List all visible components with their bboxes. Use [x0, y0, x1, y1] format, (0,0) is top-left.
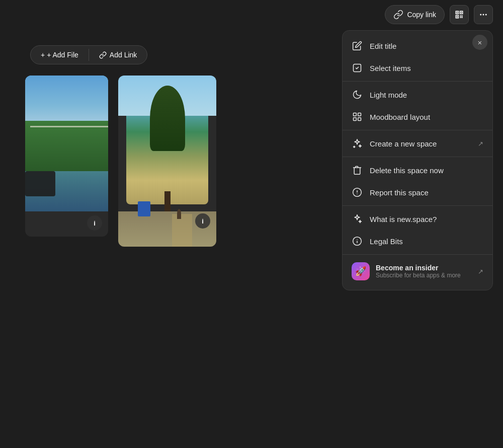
- photo-image-2: [126, 84, 208, 204]
- menu-item-report-space[interactable]: Report this space: [343, 181, 492, 203]
- photo-frame-2: [118, 76, 216, 204]
- legal-label: Legal Bits: [370, 237, 483, 246]
- svg-rect-5: [457, 16, 458, 17]
- create-space-arrow: ↗: [478, 140, 483, 147]
- moodboard-label: Moodboard layout: [370, 113, 483, 121]
- select-items-label: Select items: [370, 64, 483, 72]
- photo-grid: i S__17547291 JPG: [20, 70, 176, 448]
- edit-title-label: Edit title: [370, 42, 483, 50]
- svg-rect-3: [457, 12, 458, 13]
- insider-icon: 🚀: [352, 262, 370, 280]
- svg-point-11: [483, 14, 484, 16]
- copy-link-button[interactable]: Copy link: [385, 5, 445, 24]
- menu-item-moodboard[interactable]: Moodboard layout: [343, 106, 492, 128]
- divider-5: [343, 254, 492, 255]
- divider-3: [343, 157, 492, 157]
- insider-arrow: ↗: [478, 268, 483, 275]
- what-is-newspace-label: What is new.space?: [370, 215, 483, 223]
- trash-icon: [352, 165, 363, 176]
- svg-rect-9: [462, 17, 463, 18]
- report-space-label: Report this space: [370, 188, 483, 197]
- pencil-icon: [352, 40, 363, 51]
- link-icon: [99, 51, 107, 59]
- menu-item-edit-title[interactable]: Edit title: [343, 35, 492, 57]
- divider-1: [343, 81, 492, 82]
- more-icon: [479, 10, 488, 19]
- trees-1: [25, 121, 108, 171]
- light-mode-label: Light mode: [370, 91, 483, 99]
- checkbox-icon: [352, 62, 363, 73]
- insider-title: Become an insider: [376, 264, 472, 272]
- sparkle2-icon: [352, 213, 363, 225]
- photo-card-1[interactable]: i: [25, 76, 108, 237]
- link-icon: [393, 10, 403, 20]
- more-options-button[interactable]: [474, 5, 493, 24]
- action-toolbar: + + Add File Add Link: [30, 45, 147, 64]
- add-file-label: + Add File: [47, 51, 78, 59]
- add-file-button[interactable]: + + Add File: [31, 46, 89, 64]
- svg-rect-8: [460, 17, 461, 18]
- sparkle-icon: [352, 138, 363, 149]
- grid-icon: [352, 111, 363, 122]
- divider-2: [343, 130, 492, 130]
- sky-1: [25, 76, 108, 126]
- svg-rect-7: [462, 16, 463, 17]
- svg-rect-6: [460, 16, 461, 17]
- menu-item-delete-space[interactable]: Delete this space now: [343, 159, 492, 181]
- qr-code-button[interactable]: [450, 5, 469, 24]
- svg-point-12: [485, 14, 487, 16]
- menu-item-create-space[interactable]: Create a new space ↗: [343, 132, 492, 155]
- context-menu: × Edit title Select items Light mode: [342, 30, 493, 290]
- svg-point-10: [480, 14, 481, 16]
- menu-item-legal[interactable]: Legal Bits: [343, 230, 492, 252]
- svg-rect-17: [358, 118, 361, 121]
- info-button-1[interactable]: i: [87, 215, 102, 231]
- create-space-label: Create a new space: [370, 139, 471, 148]
- svg-rect-14: [354, 113, 357, 116]
- moon-icon: [352, 89, 363, 100]
- menu-item-select-items[interactable]: Select items: [343, 57, 492, 79]
- photo-card-2[interactable]: S__17547291 JPG i: [118, 76, 216, 247]
- svg-rect-4: [461, 12, 462, 13]
- photo-image-1: [25, 76, 108, 211]
- info-button-2[interactable]: i: [195, 213, 210, 229]
- bridge-line: [30, 126, 108, 127]
- add-link-label: Add Link: [110, 51, 137, 59]
- menu-item-what-is-newspace[interactable]: What is new.space?: [343, 208, 492, 230]
- qr-icon: [455, 10, 464, 19]
- delete-space-label: Delete this space now: [370, 166, 483, 175]
- menu-item-insider[interactable]: 🚀 Become an insider Subscribe for beta a…: [343, 257, 492, 286]
- alert-circle-icon: [352, 187, 363, 198]
- insider-subtitle: Subscribe for beta apps & more: [376, 272, 472, 279]
- add-link-button[interactable]: Add Link: [89, 46, 147, 64]
- insider-text: Become an insider Subscribe for beta app…: [376, 264, 472, 279]
- info-icon: [352, 236, 363, 247]
- plus-icon: +: [41, 51, 45, 59]
- divider-4: [343, 205, 492, 206]
- menu-item-light-mode[interactable]: Light mode: [343, 84, 492, 106]
- svg-rect-15: [358, 113, 361, 116]
- svg-rect-16: [354, 118, 357, 121]
- copy-link-label: Copy link: [407, 11, 436, 19]
- railing: [25, 171, 55, 196]
- top-bar: Copy link: [385, 5, 493, 24]
